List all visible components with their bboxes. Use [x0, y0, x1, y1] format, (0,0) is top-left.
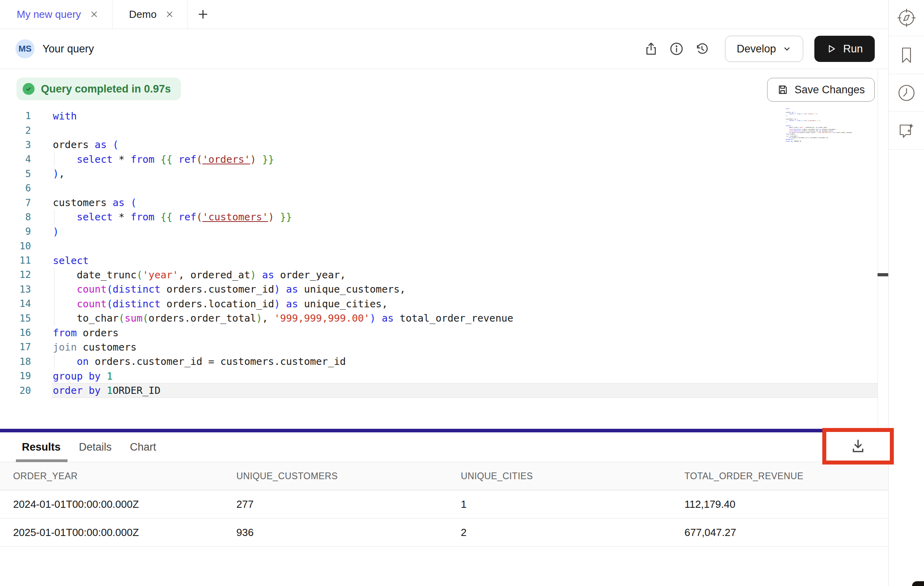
tab-details[interactable]: Details	[79, 441, 112, 453]
develop-button[interactable]: Develop	[725, 36, 803, 62]
chevron-down-icon	[782, 44, 792, 54]
explore-button[interactable]	[889, 0, 924, 36]
results-tab-bar: Results Details Chart	[0, 432, 888, 462]
bookmarks-button[interactable]	[889, 36, 924, 74]
line-number: 3	[0, 139, 31, 150]
editor-scrollbar-track[interactable]	[878, 69, 889, 429]
code-line-3[interactable]: 3orders as (	[0, 138, 878, 152]
line-number: 7	[0, 197, 31, 208]
code-text: ),	[53, 168, 65, 179]
code-text: with	[53, 110, 77, 122]
editor-scrollbar-mark[interactable]	[878, 273, 888, 276]
history-icon	[695, 42, 709, 56]
line-number: 11	[0, 255, 31, 266]
share-button[interactable]	[638, 36, 664, 62]
code-line-17[interactable]: 17join customers	[0, 340, 878, 354]
screen-corner-artifact	[912, 581, 924, 586]
line-number: 8	[0, 212, 31, 223]
query-title: Your query	[43, 43, 94, 55]
code-text: select * from {{ ref('customers') }}	[53, 211, 292, 223]
avatar[interactable]: MS	[15, 39, 35, 58]
code-lines: 1with23orders as (4 select * from {{ ref…	[0, 109, 878, 398]
code-line-7[interactable]: 7customers as (	[0, 195, 878, 210]
clock-icon	[895, 82, 918, 104]
main-pane: My new query Demo MS Your query	[0, 0, 889, 586]
tab-results[interactable]: Results	[22, 441, 61, 453]
code-editor[interactable]: 1with23orders as (4 select * from {{ ref…	[0, 108, 888, 429]
code-line-16[interactable]: 16from orders	[0, 326, 878, 340]
code-text: from orders	[53, 327, 119, 339]
history-sidebar-button[interactable]	[889, 74, 924, 112]
current-line-highlight	[52, 383, 878, 397]
line-number: 15	[0, 313, 31, 324]
code-line-20[interactable]: 20order by 1ORDER_ID	[0, 383, 878, 397]
table-header-row: ORDER_YEARUNIQUE_CUSTOMERSUNIQUE_CITIEST…	[0, 462, 888, 490]
code-line-19[interactable]: 19group by 1	[0, 369, 878, 383]
code-text: group by 1	[53, 370, 113, 382]
code-line-14[interactable]: 14 count(distinct orders.location_id) as…	[0, 297, 878, 311]
save-changes-button[interactable]: Save Changes	[767, 78, 875, 102]
download-icon[interactable]	[850, 438, 866, 454]
code-text: date_trunc('year', ordered_at) as order_…	[53, 269, 346, 281]
panel-resize-divider[interactable]	[0, 429, 888, 432]
history-button[interactable]	[689, 36, 715, 62]
info-button[interactable]	[664, 36, 689, 62]
column-header: TOTAL_ORDER_REVENUE	[684, 471, 888, 482]
minimap[interactable]: withorders as ( select * from {{ ref('or…	[786, 108, 853, 142]
table-cell: 2024-01-01T00:00:00.000Z	[13, 498, 236, 511]
line-number: 12	[0, 269, 31, 280]
code-line-12[interactable]: 12 date_trunc('year', ordered_at) as ord…	[0, 268, 878, 282]
new-tab-button[interactable]	[188, 0, 218, 29]
code-text: select * from {{ ref('orders') }}	[53, 154, 274, 165]
code-text: customers as (	[53, 197, 137, 208]
status-text: Query completed in 0.97s	[41, 83, 171, 95]
results-table: ORDER_YEARUNIQUE_CUSTOMERSUNIQUE_CITIEST…	[0, 462, 888, 547]
code-line-9[interactable]: 9)	[0, 224, 878, 239]
code-line-4[interactable]: 4 select * from {{ ref('orders') }}	[0, 152, 878, 166]
save-icon	[777, 84, 788, 95]
close-icon[interactable]	[90, 10, 99, 19]
column-header: ORDER_YEAR	[13, 471, 236, 482]
code-line-11[interactable]: 11select	[0, 253, 878, 268]
minimap-line: to_char(sum(orders.order_total), '999,99…	[786, 132, 853, 133]
status-row: Query completed in 0.97s Save Changes	[0, 69, 888, 108]
table-row[interactable]: 2025-01-01T00:00:00.000Z9362677,047.27	[0, 519, 888, 547]
code-line-15[interactable]: 15 to_char(sum(orders.order_total), '999…	[0, 311, 878, 325]
query-status-badge: Query completed in 0.97s	[17, 78, 181, 100]
play-icon	[826, 44, 837, 54]
run-button[interactable]: Run	[814, 36, 875, 62]
ai-chat-button[interactable]	[889, 112, 924, 150]
table-cell: 277	[236, 498, 461, 511]
line-number: 18	[0, 356, 31, 367]
code-line-6[interactable]: 6	[0, 181, 878, 195]
tab-my-new-query[interactable]: My new query	[0, 0, 112, 29]
code-text: on orders.customer_id = customers.custom…	[53, 356, 346, 367]
table-cell: 2	[461, 526, 684, 539]
compass-icon	[895, 7, 918, 29]
chat-sparkles-icon	[895, 120, 918, 142]
code-line-13[interactable]: 13 count(distinct orders.customer_id) as…	[0, 282, 878, 297]
code-line-2[interactable]: 2	[0, 123, 878, 137]
bookmark-icon	[895, 44, 918, 66]
tab-label: Demo	[129, 8, 157, 21]
success-check-icon	[23, 83, 35, 95]
code-line-1[interactable]: 1with	[0, 109, 878, 123]
table-cell: 112,179.40	[684, 498, 888, 511]
active-tab-underline	[16, 459, 68, 462]
code-text: orders as (	[53, 139, 119, 150]
code-line-5[interactable]: 5),	[0, 167, 878, 181]
plus-icon	[197, 8, 209, 21]
code-text: )	[53, 226, 59, 237]
code-line-18[interactable]: 18 on orders.customer_id = customers.cus…	[0, 355, 878, 369]
tab-demo[interactable]: Demo	[112, 0, 188, 29]
annotation-red-box	[822, 428, 894, 465]
code-line-10[interactable]: 10	[0, 239, 878, 253]
column-header: UNIQUE_CITIES	[461, 471, 684, 482]
code-line-8[interactable]: 8 select * from {{ ref('customers') }}	[0, 210, 878, 224]
close-icon[interactable]	[165, 10, 174, 19]
tab-chart[interactable]: Chart	[130, 441, 156, 453]
table-row[interactable]: 2024-01-01T00:00:00.000Z2771112,179.40	[0, 490, 888, 519]
line-number: 1	[0, 110, 31, 121]
line-number: 17	[0, 341, 31, 353]
code-text: to_char(sum(orders.order_total), '999,99…	[53, 312, 513, 324]
